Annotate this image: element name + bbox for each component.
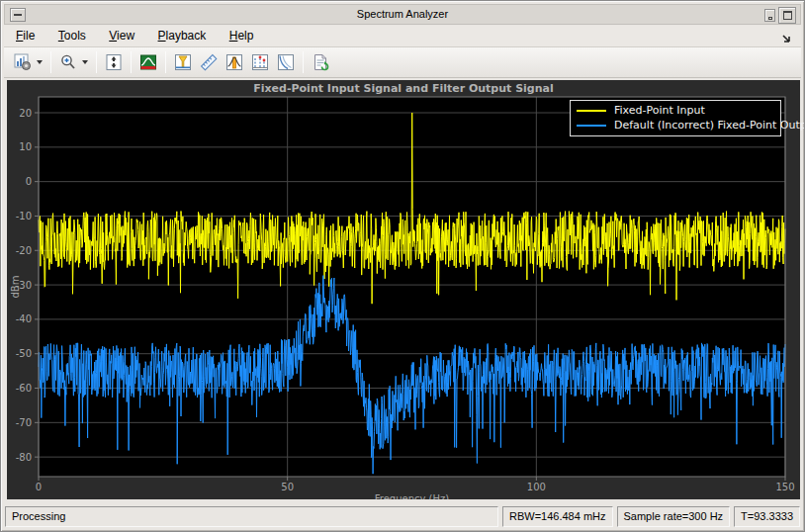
playback-settings-button[interactable] [308, 50, 333, 75]
maximize-icon [783, 11, 792, 20]
playback-settings-icon [312, 53, 329, 71]
svg-text:-40: -40 [16, 313, 32, 324]
toolbar-separator [131, 51, 132, 73]
figure-area: Fixed-Point Input Signal and Filter Outp… [7, 80, 800, 499]
window-title: Spectrum Analyzer [5, 8, 800, 20]
autoscale-y-button[interactable] [101, 50, 127, 75]
svg-text:dBm: dBm [10, 276, 21, 299]
toolbar-separator [96, 51, 97, 73]
svg-text:-70: -70 [16, 417, 32, 428]
menu-view[interactable]: View [102, 26, 141, 45]
menu-help[interactable]: Help [223, 26, 261, 45]
spectrum-view-button[interactable] [135, 50, 161, 75]
cursor-measurements-button[interactable] [170, 50, 196, 75]
svg-text:-60: -60 [16, 383, 32, 394]
ccdf-measurements-icon [277, 53, 295, 71]
toolbar-separator [303, 51, 304, 73]
status-rbw: RBW=146.484 mHz [502, 506, 613, 527]
menu-file[interactable]: File [9, 26, 42, 45]
distortion-measurements-icon [251, 53, 269, 71]
menu-tools[interactable]: Tools [51, 26, 93, 45]
svg-text:0: 0 [36, 482, 42, 492]
signal-statistics-button[interactable] [196, 50, 222, 75]
menu-bar: File Tools View Playback Help [4, 26, 801, 47]
plot-area[interactable]: 20100-10-20-30-40-50-60-70-80050100150Fr… [7, 80, 800, 499]
status-time: T=93.3333 [734, 506, 800, 527]
status-message: Processing [5, 506, 498, 527]
spectrum-view-icon [139, 53, 157, 71]
legend-entry: Default (Incorrect) Fixed-Point Output [577, 118, 776, 133]
iconify-icon [768, 17, 772, 20]
legend-label: Default (Incorrect) Fixed-Point Output [614, 119, 805, 132]
svg-text:Frequency (Hz): Frequency (Hz) [375, 493, 450, 499]
legend[interactable]: Fixed-Point Input Default (Incorrect) Fi… [570, 100, 781, 136]
iconify-button[interactable] [764, 9, 775, 22]
status-bar: Processing RBW=146.484 mHz Sample rate=3… [4, 505, 801, 528]
legend-line-sample [577, 125, 606, 127]
spectrum-settings-button[interactable] [10, 50, 36, 75]
spectrum-settings-dropdown[interactable] [37, 60, 43, 64]
svg-text:20: 20 [19, 108, 32, 119]
legend-label: Fixed-Point Input [614, 104, 705, 117]
spectrum-analyzer-window: Spectrum Analyzer File Tools View Playba… [0, 0, 805, 532]
legend-line-sample [577, 110, 606, 112]
zoom-in-icon [59, 53, 77, 71]
svg-text:10: 10 [19, 141, 32, 152]
toolbar [4, 47, 801, 78]
autoscale-y-icon [105, 53, 123, 71]
title-bar[interactable]: Spectrum Analyzer [4, 4, 801, 25]
cursor-measurements-icon [174, 53, 192, 71]
toolbar-separator [165, 51, 166, 73]
status-sample-rate: Sample rate=300 Hz [617, 506, 731, 527]
signal-statistics-icon [200, 53, 218, 71]
svg-text:150: 150 [775, 482, 794, 492]
svg-text:0: 0 [26, 176, 32, 187]
peak-finder-button[interactable] [222, 50, 247, 75]
spectrum-settings-icon [14, 53, 32, 71]
legend-entry: Fixed-Point Input [577, 103, 776, 118]
peak-finder-icon [225, 53, 243, 71]
svg-text:-50: -50 [16, 348, 32, 359]
menu-playback[interactable]: Playback [151, 26, 214, 45]
zoom-dropdown[interactable] [82, 60, 88, 64]
svg-text:50: 50 [281, 482, 294, 492]
zoom-button[interactable] [55, 50, 81, 75]
svg-text:100: 100 [527, 482, 546, 492]
svg-text:-10: -10 [16, 211, 32, 222]
maximize-button[interactable] [778, 7, 796, 24]
svg-text:-20: -20 [16, 245, 32, 256]
overflow-arrow-icon[interactable] [781, 32, 793, 44]
distortion-measurements-button[interactable] [247, 50, 273, 75]
toolbar-separator [50, 51, 51, 73]
ccdf-measurements-button[interactable] [273, 50, 299, 75]
svg-text:-80: -80 [16, 452, 32, 463]
